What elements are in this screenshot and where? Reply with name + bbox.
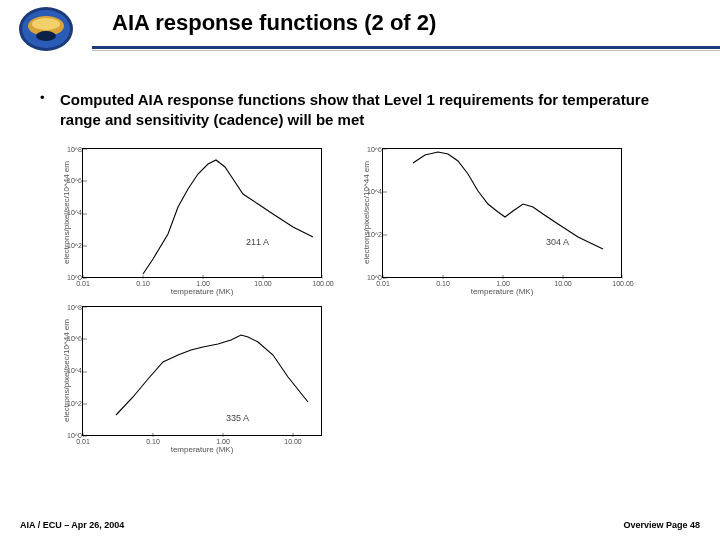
chart-xlabel: temperature (MK) — [82, 287, 322, 296]
chart-211a: electrons/pixel/sec/10^44 em 211 A 10^0 … — [82, 148, 322, 278]
xtick: 0.10 — [136, 280, 150, 287]
slide-title: AIA response functions (2 of 2) — [112, 10, 436, 36]
footer-right: Overview Page 48 — [623, 520, 700, 530]
ytick: 10^6 — [67, 335, 82, 342]
chart-line-icon — [83, 149, 323, 279]
xtick: 10.00 — [254, 280, 272, 287]
chart-335a: electrons/pixel/sec/10^44 em 335 A 10^0 … — [82, 306, 322, 436]
chart-xlabel: temperature (MK) — [82, 445, 322, 454]
xtick: 1.00 — [216, 438, 230, 445]
ytick: 10^6 — [67, 177, 82, 184]
chart-annotation: 211 A — [246, 237, 269, 247]
footer-left: AIA / ECU – Apr 26, 2004 — [20, 520, 124, 530]
ytick: 10^4 — [67, 367, 82, 374]
xtick: 10.00 — [284, 438, 302, 445]
xtick: 100.00 — [612, 280, 633, 287]
ytick: 10^4 — [367, 188, 382, 195]
svg-point-3 — [32, 18, 60, 30]
svg-point-4 — [36, 31, 56, 41]
chart-line-icon — [83, 307, 323, 437]
ytick: 10^2 — [67, 400, 82, 407]
chart-xlabel: temperature (MK) — [382, 287, 622, 296]
xtick: 0.10 — [436, 280, 450, 287]
xtick: 1.00 — [496, 280, 510, 287]
chart-plotbox: 335 A 10^0 10^2 10^4 10^6 10^8 0.01 0.10… — [82, 306, 322, 436]
xtick: 0.01 — [76, 280, 90, 287]
slide: AIA response functions (2 of 2) • Comput… — [0, 0, 720, 540]
header-divider — [92, 46, 720, 50]
chart-annotation: 304 A — [546, 237, 569, 247]
xtick: 0.10 — [146, 438, 160, 445]
ytick: 10^8 — [67, 146, 82, 153]
chart-plotbox: 211 A 10^0 10^2 10^4 10^6 10^8 0.01 0.10… — [82, 148, 322, 278]
ytick: 10^6 — [367, 146, 382, 153]
bullet-item: • Computed AIA response functions show t… — [40, 90, 680, 129]
ytick: 10^8 — [67, 304, 82, 311]
ytick: 10^2 — [67, 242, 82, 249]
xtick: 100.00 — [312, 280, 333, 287]
xtick: 1.00 — [196, 280, 210, 287]
xtick: 0.01 — [376, 280, 390, 287]
mission-logo-icon — [18, 6, 74, 52]
chart-annotation: 335 A — [226, 413, 249, 423]
chart-ylabel: electrons/pixel/sec/10^44 em — [362, 148, 371, 278]
charts-area: electrons/pixel/sec/10^44 em 211 A 10^0 … — [60, 148, 660, 436]
chart-line-icon — [383, 149, 623, 279]
ytick: 10^4 — [67, 209, 82, 216]
bullet-marker: • — [40, 90, 60, 129]
ytick: 10^2 — [367, 231, 382, 238]
chart-plotbox: 304 A 10^0 10^2 10^4 10^6 0.01 0.10 1.00… — [382, 148, 622, 278]
xtick: 0.01 — [76, 438, 90, 445]
slide-header: AIA response functions (2 of 2) — [0, 0, 720, 58]
xtick: 10.00 — [554, 280, 572, 287]
bullet-text: Computed AIA response functions show tha… — [60, 90, 680, 129]
chart-304a: electrons/pixel/sec/10^44 em 304 A 10^0 … — [382, 148, 622, 278]
